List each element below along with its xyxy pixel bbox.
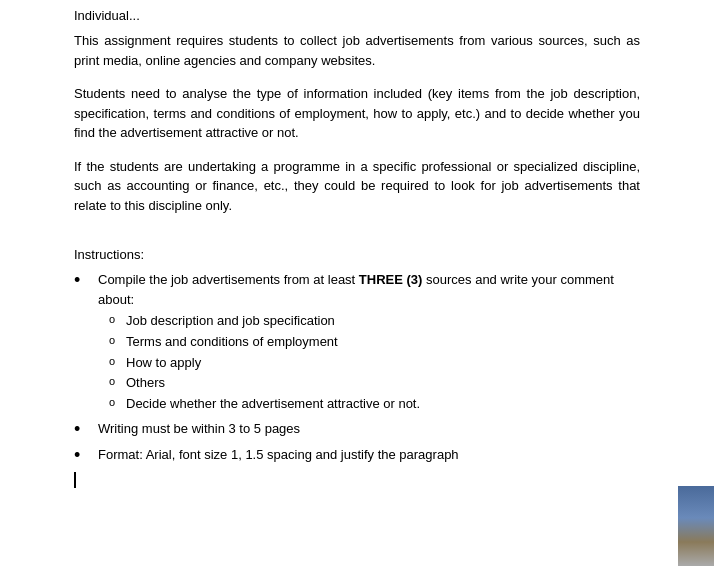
main-content: Individual... This assignment requires s…	[0, 0, 714, 488]
sub-dot-5: o	[98, 394, 126, 412]
sub-list-item-5: o Decide whether the advertisement attra…	[98, 394, 640, 415]
sub-text-4: Others	[126, 373, 165, 394]
bullet-text-1: Compile the job advertisements from at l…	[98, 270, 640, 415]
text-cursor	[74, 472, 76, 488]
bullet-text-2: Writing must be within 3 to 5 pages	[98, 419, 640, 439]
bullet-dot-3: •	[74, 445, 94, 467]
bullet-bold-1: THREE (3)	[359, 272, 423, 287]
list-item-2: • Writing must be within 3 to 5 pages	[74, 419, 640, 441]
paragraph-3: If the students are undertaking a progra…	[74, 157, 640, 216]
sub-list-item-2: o Terms and conditions of employment	[98, 332, 640, 353]
instructions-label: Instructions:	[74, 247, 640, 262]
sub-list-item-4: o Others	[98, 373, 640, 394]
sub-text-2: Terms and conditions of employment	[126, 332, 338, 353]
spacer	[74, 229, 640, 247]
thumbnail-inner	[678, 486, 714, 566]
cursor-line	[74, 472, 640, 488]
thumbnail-image	[678, 486, 714, 566]
list-item-3: • Format: Arial, font size 1, 1.5 spacin…	[74, 445, 640, 467]
bullet-dot-2: •	[74, 419, 94, 441]
sub-text-3: How to apply	[126, 353, 201, 374]
bullet-text-3: Format: Arial, font size 1, 1.5 spacing …	[98, 445, 640, 465]
sub-dot-4: o	[98, 373, 126, 391]
bullet-list: • Compile the job advertisements from at…	[74, 270, 640, 466]
paragraph-2: Students need to analyse the type of inf…	[74, 84, 640, 143]
sub-text-5: Decide whether the advertisement attract…	[126, 394, 420, 415]
paragraph-1: This assignment requires students to col…	[74, 31, 640, 70]
bullet-dot-1: •	[74, 270, 94, 292]
sub-list: o Job description and job specification …	[98, 311, 640, 415]
sub-dot-2: o	[98, 332, 126, 350]
sub-dot-3: o	[98, 353, 126, 371]
sub-dot-1: o	[98, 311, 126, 329]
list-item-1: • Compile the job advertisements from at…	[74, 270, 640, 415]
sub-list-item-1: o Job description and job specification	[98, 311, 640, 332]
bullet-prefix-1: Compile the job advertisements from at l…	[98, 272, 359, 287]
truncated-text: Individual...	[74, 0, 640, 31]
sub-text-1: Job description and job specification	[126, 311, 335, 332]
sub-list-item-3: o How to apply	[98, 353, 640, 374]
